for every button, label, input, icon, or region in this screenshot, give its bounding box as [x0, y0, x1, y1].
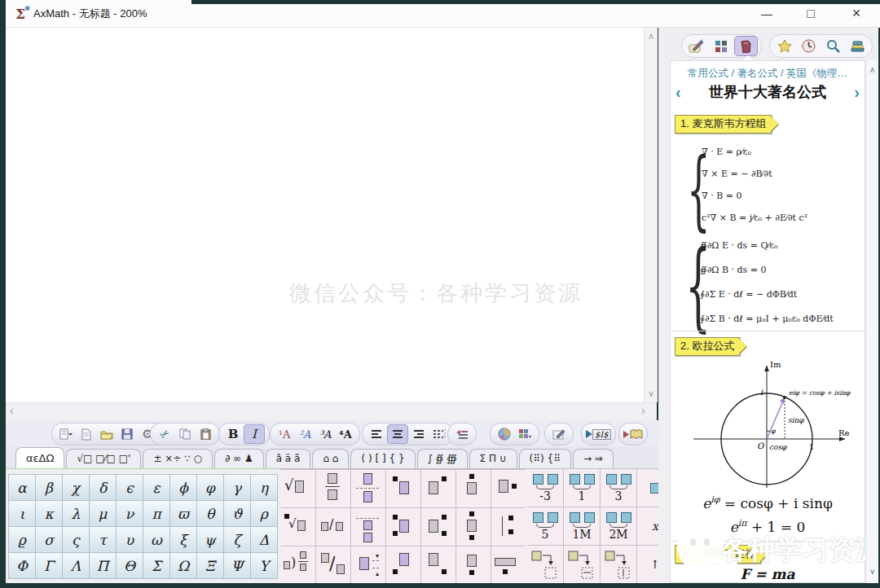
scroll-up-icon[interactable]: ∧ — [648, 32, 654, 41]
category-grid-icon[interactable] — [710, 37, 732, 55]
greek-symbol-Ξ[interactable]: Ξ — [197, 553, 223, 578]
search-icon[interactable] — [822, 37, 844, 55]
size-1-button[interactable]: ¹A — [275, 425, 294, 443]
greek-symbol-α[interactable]: α — [9, 475, 35, 500]
greek-symbol-Λ[interactable]: Λ — [63, 553, 89, 578]
greek-symbol-π[interactable]: π — [143, 501, 169, 526]
greek-symbol-ϑ[interactable]: ϑ — [224, 501, 250, 526]
greek-symbol-ι[interactable]: ι — [9, 501, 35, 526]
publish-book-icon[interactable] — [623, 425, 643, 443]
panel-scroll-up-icon[interactable]: ∧ — [869, 65, 875, 74]
size-3-button[interactable]: ³A — [315, 425, 335, 443]
greek-symbol-δ[interactable]: δ — [90, 475, 116, 500]
spacing-1[interactable]: 1 — [564, 469, 600, 507]
greek-symbol-Ω[interactable]: Ω — [170, 553, 196, 578]
clock-icon[interactable] — [798, 37, 820, 55]
greek-symbol-Θ[interactable]: Θ — [117, 553, 143, 578]
align-right-icon[interactable] — [409, 425, 429, 443]
palette-tab-1[interactable]: √□ □⁄□ □' — [66, 449, 141, 468]
greek-symbol-ϕ[interactable]: ϕ — [170, 475, 196, 500]
greek-symbol-ϖ[interactable]: ϖ — [170, 501, 196, 526]
align-center-icon[interactable] — [387, 424, 408, 444]
greek-symbol-υ[interactable]: υ — [117, 527, 143, 552]
handwriting-icon[interactable] — [685, 37, 707, 55]
italic-button[interactable]: I — [244, 424, 265, 444]
bookmark-icon[interactable] — [734, 36, 758, 56]
template-rightdot[interactable] — [491, 470, 526, 507]
editing-canvas[interactable]: 微信公众号：各种学习资源 — [6, 28, 644, 402]
greek-symbol-ν[interactable]: ν — [117, 501, 143, 526]
menu-icon[interactable] — [56, 425, 76, 443]
spacing-5[interactable]: 5 — [527, 507, 563, 545]
palette-tab-6[interactable]: ( ) [ ] { } — [350, 449, 415, 468]
greek-symbol-ω[interactable]: ω — [143, 527, 169, 552]
greek-symbol-μ[interactable]: μ — [90, 501, 116, 526]
outline-list-icon[interactable] — [452, 425, 472, 443]
cut-icon[interactable]: ✂ — [152, 421, 178, 447]
align-dotted-icon[interactable] — [429, 425, 449, 443]
greek-symbol-κ[interactable]: κ — [36, 501, 62, 526]
greek-symbol-ϵ[interactable]: ϵ — [117, 475, 143, 500]
maxwell-differential-equations[interactable]: ∇ · E = ρ⁄ε₀∇ × E = − ∂B⁄∂t∇ · B = 0c²∇ … — [702, 141, 807, 229]
greek-symbol-Φ[interactable]: Φ — [9, 553, 35, 578]
palette-tab-0[interactable]: αεΔΩ — [15, 447, 64, 468]
latex-export-icon[interactable]: $I$ — [586, 425, 611, 443]
template-sup[interactable] — [421, 470, 455, 507]
template-over[interactable] — [456, 470, 491, 507]
greek-symbol-Υ[interactable]: Υ — [251, 553, 277, 578]
spacing-2M[interactable]: 2M — [601, 507, 636, 545]
palette-tab-9[interactable]: (⠿) {⠿ — [519, 449, 571, 468]
template-overunder[interactable] — [456, 508, 491, 546]
open-folder-icon[interactable] — [97, 425, 117, 443]
breadcrumb[interactable]: 常用公式 / 著名公式 / 英国《物理… — [671, 67, 865, 81]
template-subsup[interactable] — [421, 508, 455, 546]
template-sub[interactable] — [421, 546, 455, 584]
spacing-mv-h[interactable] — [564, 546, 600, 583]
greek-symbol-χ[interactable]: χ — [63, 475, 89, 500]
template-stackt[interactable] — [351, 508, 385, 546]
palette-tab-7[interactable]: ∫ ∯ ∰ — [417, 449, 468, 468]
align-left-icon[interactable] — [367, 425, 386, 443]
greek-symbol-ξ[interactable]: ξ — [170, 527, 196, 552]
template-stack[interactable] — [351, 470, 385, 507]
spacing-3[interactable]: 3 — [601, 469, 636, 507]
pen-icon[interactable] — [549, 425, 569, 443]
color-palette-icon[interactable] — [515, 425, 535, 443]
palette-tab-10[interactable]: → ⇒ — [573, 449, 614, 468]
greek-symbol-ς[interactable]: ς — [63, 527, 89, 552]
template-vbar[interactable] — [491, 508, 526, 546]
greek-symbol-η[interactable]: η — [251, 475, 277, 500]
new-document-icon[interactable] — [77, 425, 96, 443]
next-collection-button[interactable]: › — [854, 81, 860, 103]
greek-symbol-Δ[interactable]: Δ — [251, 527, 277, 552]
size-2-button[interactable]: ²A — [295, 425, 315, 443]
palette-tab-8[interactable]: Σ Π ∪ — [469, 449, 517, 468]
canvas-vertical-scrollbar[interactable]: ∧ ∨ — [644, 28, 658, 402]
template-bevfrac[interactable]: / — [316, 546, 350, 584]
palette-tab-5[interactable]: ⌂ ⌂ — [312, 449, 349, 468]
template-limarr[interactable]: ▾▴ — [351, 546, 385, 584]
template-presup[interactable] — [386, 470, 420, 507]
panel-scrollbar[interactable]: ∧ ∨ — [865, 60, 879, 583]
size-4-button[interactable]: ⁴A — [336, 425, 355, 443]
scroll-right-icon[interactable]: › — [641, 406, 645, 415]
greek-symbol-γ[interactable]: γ — [224, 475, 250, 500]
template-nroot[interactable]: √ — [281, 508, 315, 546]
scroll-down-icon[interactable]: ∨ — [648, 389, 654, 398]
template-under[interactable] — [456, 546, 491, 584]
globe-icon[interactable] — [495, 425, 514, 443]
greek-symbol-ζ[interactable]: ζ — [224, 527, 250, 552]
spacing-extra[interactable]: ↑ — [637, 546, 658, 583]
template-presubsup[interactable] — [386, 508, 420, 546]
greek-symbol-ρ[interactable]: ρ — [251, 501, 277, 526]
greek-symbol-ψ[interactable]: ψ — [197, 527, 223, 552]
paste-icon[interactable] — [196, 425, 215, 443]
spacing-mv-v[interactable] — [601, 546, 636, 583]
spacing-extra[interactable] — [637, 469, 658, 507]
spacing-1M[interactable]: 1M — [564, 507, 600, 545]
maxwell-integral-equations[interactable]: ∯∂Ω E · ds = Q⁄ε₀∯∂Ω B · ds = 0∮∂Σ E · d… — [700, 234, 834, 331]
greek-symbol-Ψ[interactable]: Ψ — [224, 553, 250, 578]
spacing-extra[interactable]: x — [637, 507, 658, 545]
copy-icon[interactable] — [175, 425, 195, 443]
palette-tab-4[interactable]: â ä ã — [266, 449, 311, 468]
